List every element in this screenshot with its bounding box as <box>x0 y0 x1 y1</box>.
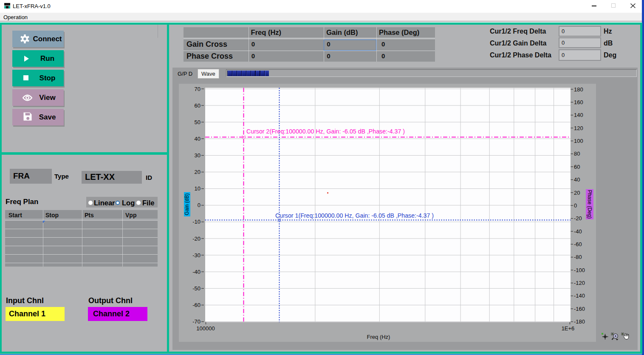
svg-text:-50: -50 <box>192 285 201 292</box>
svg-text:50: 50 <box>195 119 201 125</box>
svg-text:20: 20 <box>574 190 580 196</box>
svg-text:-70: -70 <box>192 318 201 325</box>
svg-text:-60: -60 <box>192 302 201 308</box>
svg-text:-20: -20 <box>192 236 201 242</box>
svg-text:100000: 100000 <box>196 325 215 332</box>
svg-text:20: 20 <box>195 169 201 175</box>
svg-text:160: 160 <box>574 99 583 105</box>
svg-text:30: 30 <box>195 152 201 159</box>
svg-text:-40: -40 <box>192 269 201 275</box>
svg-text:0: 0 <box>198 202 201 208</box>
svg-text:120: 120 <box>574 125 583 131</box>
svg-text:-20: -20 <box>574 215 582 222</box>
svg-text:140: 140 <box>574 112 583 118</box>
svg-text:-80: -80 <box>574 254 582 260</box>
svg-text:100: 100 <box>574 138 583 144</box>
svg-text:-10: -10 <box>192 219 201 225</box>
svg-text:40: 40 <box>195 136 201 142</box>
svg-text:60: 60 <box>574 164 580 170</box>
svg-text:70: 70 <box>195 86 201 92</box>
svg-text:40: 40 <box>574 176 580 183</box>
svg-text:60: 60 <box>195 102 201 109</box>
svg-text:1E+6: 1E+6 <box>562 325 575 332</box>
svg-text:-160: -160 <box>574 306 585 312</box>
svg-text:0: 0 <box>574 202 577 209</box>
svg-text:80: 80 <box>574 151 580 157</box>
svg-text:-120: -120 <box>574 280 585 286</box>
svg-text:10: 10 <box>195 185 201 192</box>
svg-text:Cursor 1(Freq:100000.00 Hz, Ga: Cursor 1(Freq:100000.00 Hz, Gain: -6.05 … <box>275 212 434 219</box>
svg-text:Freq (Hz): Freq (Hz) <box>367 334 390 340</box>
svg-text:-30: -30 <box>192 252 201 258</box>
svg-text:-40: -40 <box>574 228 582 235</box>
svg-text:Cursor 2(Freq:100000.00 Hz, Ga: Cursor 2(Freq:100000.00 Hz, Gain: -6.05 … <box>246 128 405 135</box>
svg-text:-180: -180 <box>574 318 585 325</box>
svg-text:-100: -100 <box>574 267 585 273</box>
svg-text:-140: -140 <box>574 293 585 299</box>
svg-text:180: 180 <box>574 86 583 93</box>
svg-text:-60: -60 <box>574 241 582 247</box>
